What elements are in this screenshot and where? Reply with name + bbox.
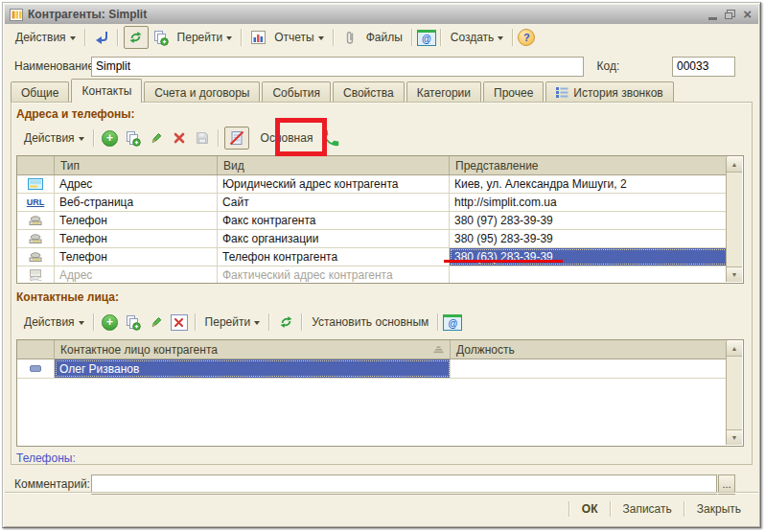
- chevron-down-icon: [79, 321, 84, 328]
- scroll-down-icon[interactable]: ▼: [727, 266, 742, 282]
- comment-label: Комментарий:: [14, 477, 91, 491]
- set-main-button[interactable]: Установить основным: [307, 313, 433, 331]
- copy-add-icon[interactable]: [123, 314, 144, 331]
- scroll-down-icon[interactable]: ▼: [727, 429, 742, 445]
- table-row[interactable]: Телефон Факс организации 380 (95) 283-39…: [17, 230, 728, 248]
- position-column-header[interactable]: Должность: [451, 340, 728, 359]
- minimize-icon[interactable]: [708, 17, 717, 20]
- toolbar-separator: [301, 313, 303, 331]
- presentation-column-header[interactable]: Представление: [450, 156, 728, 174]
- call-history-list-icon: [556, 87, 568, 98]
- name-input[interactable]: [91, 57, 584, 77]
- table-row[interactable]: ФНС Адрес Фактический адрес контрагента: [17, 266, 728, 284]
- contacts-section-title: Контактные лица:: [16, 290, 119, 304]
- toolbar-separator: [333, 29, 335, 46]
- table-row-selected[interactable]: Телефон Телефон контрагента 380 (63) 283…: [17, 248, 728, 266]
- save-button[interactable]: Записать: [612, 499, 684, 519]
- scroll-up-icon[interactable]: ▲: [727, 157, 742, 173]
- save-icon-disabled: [192, 131, 213, 145]
- toolbar-separator: [268, 313, 270, 331]
- tab-categories[interactable]: Категории: [406, 81, 481, 103]
- actions-menu-button[interactable]: Действия: [11, 29, 81, 46]
- code-input[interactable]: [672, 57, 735, 77]
- copy-add-icon[interactable]: [151, 30, 172, 46]
- toolbar-separator: [512, 29, 514, 46]
- person-column-header[interactable]: Контактное лицо контрагента: [55, 340, 451, 359]
- goto-menu-button[interactable]: Перейти: [200, 313, 266, 331]
- table-row[interactable]: Телефон Факс контрагента 380 (97) 283-39…: [17, 212, 728, 230]
- addresses-table-header: Тип Вид Представление: [17, 156, 728, 175]
- icon-column-header[interactable]: [17, 340, 55, 359]
- tab-accounts[interactable]: Счета и договоры: [144, 81, 260, 103]
- scroll-up-icon[interactable]: ▲: [727, 341, 742, 357]
- contacts-toolbar: Действия + Перейти Установить основным @: [13, 305, 750, 339]
- addresses-toolbar: Действия + Основная: [13, 122, 750, 154]
- edit-pencil-icon[interactable]: [146, 131, 167, 145]
- contacts-table-header: Контактное лицо контрагента Должность: [17, 340, 728, 359]
- tab-general[interactable]: Общие: [11, 81, 69, 103]
- addresses-section-title: Адреса и телефоны:: [16, 107, 135, 121]
- table-empty-area: [17, 379, 728, 446]
- close-icon[interactable]: ×: [743, 8, 752, 21]
- chevron-down-icon: [254, 321, 260, 328]
- type-column-header[interactable]: Тип: [55, 156, 218, 174]
- enter-on-basis-icon[interactable]: [91, 30, 112, 45]
- toolbar-separator: [117, 29, 119, 46]
- edit-pencil-icon[interactable]: [146, 315, 167, 329]
- goto-menu-button[interactable]: Перейти: [173, 29, 238, 46]
- table-row[interactable]: URL Веб-страница Сайт http://simplit.com…: [17, 194, 728, 212]
- restore-icon[interactable]: [725, 10, 735, 19]
- table-row[interactable]: Адрес Юридический адрес контрагента Киев…: [17, 175, 728, 194]
- refresh-icon[interactable]: [124, 26, 149, 49]
- refresh-icon[interactable]: [275, 315, 296, 329]
- toolbar-separator: [93, 129, 95, 147]
- code-label: Код:: [597, 59, 666, 73]
- chevron-down-icon: [79, 137, 84, 144]
- delete-marked-icon[interactable]: [169, 314, 190, 331]
- table-row-selected[interactable]: Олег Ризванов: [17, 359, 728, 379]
- window-title: Контрагенты: Simplit: [28, 8, 147, 21]
- contacts-table: Контактное лицо контрагента Должность Ол…: [16, 339, 744, 447]
- delete-icon[interactable]: [169, 132, 190, 144]
- create-menu-button[interactable]: Создать: [446, 29, 509, 46]
- tab-properties[interactable]: Свойства: [333, 81, 405, 103]
- window-controls: ×: [708, 8, 753, 21]
- toolbar-separator: [411, 29, 413, 46]
- help-icon[interactable]: ?: [518, 29, 535, 46]
- addresses-scrollbar[interactable]: ▲ ▼: [726, 157, 742, 282]
- phone-icon: [28, 251, 43, 263]
- files-button[interactable]: Файлы: [361, 29, 407, 46]
- contacts-scrollbar[interactable]: ▲ ▼: [726, 341, 742, 445]
- ok-button[interactable]: ОК: [570, 499, 610, 519]
- phone-icon: [28, 215, 43, 226]
- call-phone-icon[interactable]: [318, 127, 343, 149]
- close-button[interactable]: Закрыть: [685, 499, 753, 519]
- copy-add-icon[interactable]: [123, 130, 144, 147]
- sort-ascending-icon: [433, 346, 444, 354]
- tab-call-history[interactable]: История звонков: [545, 81, 673, 103]
- toolbar-separator: [84, 29, 86, 46]
- titlebar: Контрагенты: Simplit ×: [5, 5, 758, 24]
- toggle-inactive-icon[interactable]: [224, 127, 249, 150]
- tab-events[interactable]: События: [262, 81, 331, 103]
- address-envelope-disabled-icon: ФНС: [29, 269, 41, 282]
- contacts-tab-page: Адреса и телефоны: Действия + Основная: [11, 102, 753, 465]
- add-icon[interactable]: +: [100, 130, 121, 147]
- phones-link[interactable]: Телефоны:: [16, 451, 76, 465]
- email-icon[interactable]: @: [443, 314, 462, 331]
- add-icon[interactable]: +: [100, 314, 121, 331]
- toolbar-separator: [93, 313, 95, 331]
- toolbar-separator: [440, 29, 442, 46]
- reports-menu-button[interactable]: Отчеты: [269, 29, 328, 46]
- email-icon[interactable]: @: [417, 30, 436, 46]
- bottom-button-bar: ОК Записать Закрыть: [5, 492, 758, 525]
- toolbar-separator: [241, 29, 243, 46]
- actions-menu-button[interactable]: Действия: [19, 313, 89, 331]
- actions-menu-button[interactable]: Действия: [19, 129, 89, 147]
- icon-column-header[interactable]: [17, 156, 55, 174]
- kind-column-header[interactable]: Вид: [218, 156, 450, 174]
- tab-other[interactable]: Прочее: [483, 81, 544, 103]
- tab-contacts[interactable]: Контакты: [71, 79, 142, 103]
- url-icon: URL: [27, 197, 45, 207]
- paperclip-icon: [339, 30, 360, 45]
